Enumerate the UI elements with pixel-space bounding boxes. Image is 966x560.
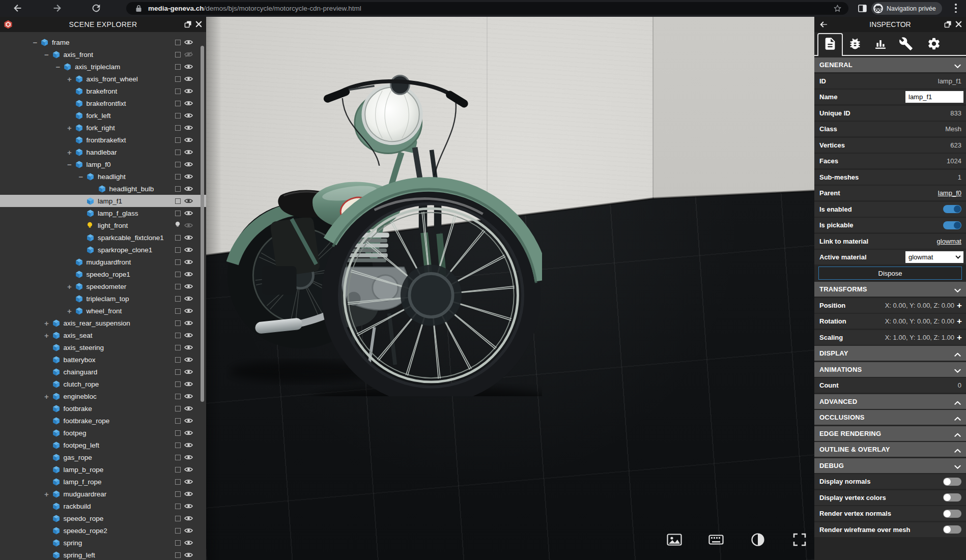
tree-node-fork_right[interactable]: +fork_right bbox=[0, 122, 206, 134]
node-checkbox[interactable] bbox=[175, 174, 181, 180]
link-to-material-link[interactable]: glowmat bbox=[937, 238, 961, 245]
tools-tab[interactable] bbox=[899, 37, 913, 51]
tree-node-chainguard[interactable]: chainguard bbox=[0, 366, 206, 378]
node-checkbox[interactable] bbox=[175, 406, 181, 411]
node-checkbox[interactable] bbox=[175, 150, 181, 155]
node-visibility-eye-icon[interactable] bbox=[184, 491, 193, 497]
side-panel-icon[interactable] bbox=[857, 3, 868, 14]
tree-node-footpeg_left[interactable]: footpeg_left bbox=[0, 439, 206, 451]
tree-node-fork_left[interactable]: fork_left bbox=[0, 109, 206, 122]
node-checkbox[interactable] bbox=[175, 540, 181, 546]
tree-node-spring[interactable]: spring bbox=[0, 537, 206, 549]
node-visibility-eye-icon[interactable] bbox=[184, 515, 193, 521]
node-visibility-eye-icon[interactable] bbox=[184, 357, 193, 363]
minus-expander-icon[interactable]: − bbox=[75, 173, 87, 181]
back-icon[interactable] bbox=[12, 3, 23, 14]
node-visibility-eye-icon[interactable] bbox=[184, 332, 193, 338]
active-material-select[interactable]: glowmat bbox=[905, 251, 963, 263]
node-visibility-eye-icon[interactable] bbox=[184, 454, 193, 460]
node-checkbox[interactable] bbox=[175, 272, 181, 277]
minus-expander-icon[interactable]: − bbox=[52, 63, 64, 71]
node-checkbox[interactable] bbox=[175, 516, 181, 521]
tree-node-frame[interactable]: −frame bbox=[0, 36, 206, 48]
node-visibility-eye-icon[interactable] bbox=[184, 39, 193, 45]
tree-node-footpeg[interactable]: footpeg bbox=[0, 427, 206, 439]
plus-expander-icon[interactable]: + bbox=[64, 283, 75, 290]
node-checkbox[interactable] bbox=[175, 357, 181, 363]
is-enabled-toggle[interactable] bbox=[943, 205, 961, 213]
node-checkbox[interactable] bbox=[175, 89, 181, 94]
node-visibility-eye-icon[interactable] bbox=[184, 320, 193, 326]
tree-node-mudguardrear[interactable]: +mudguardrear bbox=[0, 488, 206, 500]
screenshot-icon[interactable] bbox=[667, 533, 682, 547]
plus-expander-icon[interactable]: + bbox=[64, 124, 75, 132]
tree-node-wheel_front[interactable]: +wheel_front bbox=[0, 305, 206, 317]
tree-node-lamp_f_glass[interactable]: lamp_f_glass bbox=[0, 207, 206, 219]
node-checkbox[interactable] bbox=[175, 418, 181, 424]
minus-expander-icon[interactable]: − bbox=[41, 51, 52, 58]
node-checkbox[interactable] bbox=[175, 333, 181, 338]
motorcycle-model[interactable]: BSA bbox=[226, 51, 542, 396]
node-visibility-eye-icon[interactable] bbox=[184, 234, 193, 241]
section-header-edge-rendering[interactable]: EDGE RENDERING bbox=[814, 426, 966, 441]
tree-node-lamp_f1[interactable]: lamp_f1 bbox=[0, 195, 206, 207]
contrast-icon[interactable] bbox=[750, 533, 765, 547]
tree-node-sparkrope_clone1[interactable]: sparkrope_clone1 bbox=[0, 244, 206, 256]
node-visibility-eye-icon[interactable] bbox=[184, 442, 193, 448]
node-visibility-eye-icon[interactable] bbox=[184, 527, 193, 534]
node-visibility-eye-icon[interactable] bbox=[184, 149, 193, 155]
section-header-occlusions[interactable]: OCCLUSIONS bbox=[814, 410, 966, 425]
node-visibility-eye-icon[interactable] bbox=[184, 405, 193, 411]
section-header-general[interactable]: GENERAL bbox=[814, 57, 966, 72]
url-bar[interactable]: media-geneva.ch/demos/bjs/motorcycle/mot… bbox=[126, 2, 848, 15]
tree-node-lamp_b_rope[interactable]: lamp_b_rope bbox=[0, 463, 206, 476]
node-visibility-eye-icon[interactable] bbox=[184, 283, 193, 289]
debug-tab[interactable] bbox=[848, 37, 862, 51]
node-checkbox[interactable] bbox=[175, 211, 181, 216]
node-visibility-eye-icon[interactable] bbox=[184, 222, 193, 228]
node-checkbox[interactable] bbox=[175, 320, 181, 326]
node-checkbox[interactable] bbox=[175, 247, 181, 253]
node-checkbox[interactable] bbox=[175, 455, 181, 460]
node-visibility-eye-icon[interactable] bbox=[184, 76, 193, 82]
node-visibility-eye-icon[interactable] bbox=[184, 381, 193, 387]
tree-node-axis_steering[interactable]: axis_steering bbox=[0, 341, 206, 353]
node-checkbox[interactable] bbox=[175, 381, 181, 387]
tree-node-frontbrakefixt[interactable]: frontbrakefixt bbox=[0, 134, 206, 146]
section-header-transforms[interactable]: TRANSFORMS bbox=[814, 282, 966, 297]
tree-node-axis_tripleclam[interactable]: −axis_tripleclam bbox=[0, 61, 206, 73]
node-checkbox[interactable] bbox=[175, 125, 181, 131]
section-header-debug[interactable]: DEBUG bbox=[814, 458, 966, 473]
node-visibility-eye-icon[interactable] bbox=[184, 112, 193, 119]
tree-node-lamp_f0[interactable]: −lamp_f0 bbox=[0, 158, 206, 170]
statistics-tab[interactable] bbox=[873, 37, 888, 51]
tree-node-brakefront[interactable]: brakefront bbox=[0, 85, 206, 97]
node-checkbox[interactable] bbox=[175, 528, 181, 534]
menu-dots-icon[interactable] bbox=[955, 4, 957, 13]
light-enable-bulb-icon[interactable] bbox=[175, 221, 181, 229]
node-visibility-eye-icon[interactable] bbox=[184, 125, 193, 131]
node-checkbox[interactable] bbox=[175, 491, 181, 497]
node-checkbox[interactable] bbox=[175, 467, 181, 473]
section-header-outline-overlay[interactable]: OUTLINE & OVERLAY bbox=[814, 442, 966, 457]
forward-icon[interactable] bbox=[51, 3, 63, 14]
tree-node-speedo_rope1[interactable]: speedo_rope1 bbox=[0, 268, 206, 280]
node-visibility-eye-icon[interactable] bbox=[184, 271, 193, 277]
node-checkbox[interactable] bbox=[175, 40, 181, 45]
tree-node-axis_front_wheel[interactable]: +axis_front_wheel bbox=[0, 73, 206, 85]
tree-node-footbrake[interactable]: footbrake bbox=[0, 402, 206, 415]
tree-node-batterybox[interactable]: batterybox bbox=[0, 353, 206, 366]
node-checkbox[interactable] bbox=[175, 345, 181, 350]
tree-node-axis_seat[interactable]: +axis_seat bbox=[0, 329, 206, 341]
tree-node-footbrake_rope[interactable]: footbrake_rope bbox=[0, 415, 206, 427]
plus-expander-icon[interactable]: + bbox=[41, 319, 52, 327]
node-checkbox[interactable] bbox=[175, 308, 181, 314]
node-visibility-eye-icon[interactable] bbox=[184, 173, 193, 180]
close-icon[interactable] bbox=[195, 20, 203, 28]
node-checkbox[interactable] bbox=[175, 162, 181, 167]
tree-node-axis_front[interactable]: −axis_front bbox=[0, 48, 206, 61]
tree-node-sparkcable_fixtclone1[interactable]: sparkcable_fixtclone1 bbox=[0, 231, 206, 244]
minus-expander-icon[interactable]: − bbox=[30, 39, 41, 46]
node-visibility-eye-icon[interactable] bbox=[184, 88, 193, 94]
popup-icon[interactable] bbox=[944, 20, 952, 28]
